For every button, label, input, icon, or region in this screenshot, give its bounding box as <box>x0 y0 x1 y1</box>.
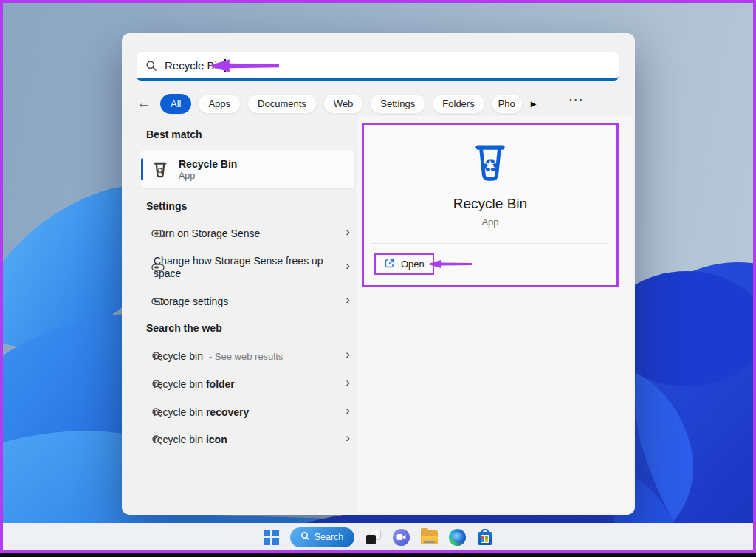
taskbar-search-button[interactable]: Search <box>290 527 354 547</box>
taskbar: Search <box>0 523 756 551</box>
chevron-right-icon: › <box>346 293 350 307</box>
chevron-right-icon: › <box>346 375 350 390</box>
settings-result-storage-settings[interactable]: Storage settings › <box>137 287 354 315</box>
open-button[interactable]: Open <box>374 253 434 275</box>
task-view-icon[interactable] <box>365 529 382 545</box>
best-match-result[interactable]: ♻ Recycle Bin App <box>140 150 354 188</box>
preview-subtitle: App <box>364 216 616 228</box>
recycle-symbol-icon: ♻ <box>157 166 164 176</box>
teams-chat-icon[interactable] <box>393 529 410 546</box>
search-icon <box>151 434 162 445</box>
search-icon <box>151 379 162 390</box>
chevron-right-icon: › <box>346 403 350 418</box>
result-title: Recycle Bin <box>179 158 237 170</box>
filter-tab-bar: ← All Apps Documents Web Settings Folder… <box>137 92 536 115</box>
tab-folders[interactable]: Folders <box>432 94 484 114</box>
best-match-header: Best match <box>146 129 202 140</box>
more-options-button[interactable]: ••• <box>569 95 585 104</box>
settings-header: Settings <box>146 200 187 212</box>
divider <box>372 243 608 244</box>
open-external-icon <box>384 258 395 271</box>
tab-all[interactable]: All <box>160 94 191 114</box>
recycle-symbol-icon: ♻ <box>482 155 498 177</box>
web-result[interactable]: recycle bin- See web results › <box>137 342 354 370</box>
recycle-bin-app-icon: ♻ <box>467 138 513 184</box>
scroll-right-icon[interactable]: ▶ <box>531 100 537 108</box>
tab-photos[interactable]: Pho <box>492 94 523 114</box>
taskbar-search-label: Search <box>315 532 344 542</box>
preview-highlight-box: ♻ Recycle Bin App Open <box>362 123 619 287</box>
chevron-right-icon: › <box>346 347 350 362</box>
chevron-right-icon: › <box>346 431 350 445</box>
web-result[interactable]: recycle binicon › <box>137 426 354 454</box>
storage-sense-icon <box>151 228 165 239</box>
windows-search-panel: Recycle Bin ← All Apps Documents Web Set… <box>122 33 635 515</box>
back-icon[interactable]: ← <box>137 95 151 112</box>
microsoft-store-icon[interactable] <box>477 529 493 545</box>
screenshot-root: Recycle Bin ← All Apps Documents Web Set… <box>0 0 756 557</box>
storage-sense-icon <box>151 262 165 273</box>
storage-settings-icon <box>151 296 165 307</box>
web-result[interactable]: recycle binfolder › <box>137 370 354 398</box>
search-icon <box>151 407 162 418</box>
annotation-arrow-open <box>427 258 472 270</box>
bottom-black-strip <box>0 553 756 557</box>
web-result[interactable]: recycle binrecovery › <box>137 398 354 426</box>
selection-accent <box>141 158 143 180</box>
search-web-header: Search the web <box>146 322 222 334</box>
open-button-label: Open <box>401 259 425 270</box>
result-subtitle: App <box>179 171 237 181</box>
preview-title: Recycle Bin <box>364 196 616 212</box>
recycle-bin-icon: ♻ <box>151 160 170 179</box>
tab-web[interactable]: Web <box>323 94 364 114</box>
settings-result-storage-sense[interactable]: Turn on Storage Sense › <box>137 219 354 247</box>
annotation-arrow-search <box>208 58 279 74</box>
search-icon <box>151 351 162 362</box>
tab-documents[interactable]: Documents <box>247 94 317 114</box>
edge-browser-icon[interactable] <box>449 529 466 546</box>
search-icon <box>145 60 157 72</box>
tab-settings[interactable]: Settings <box>370 94 425 114</box>
tab-apps[interactable]: Apps <box>198 94 241 114</box>
file-explorer-icon[interactable] <box>421 530 438 544</box>
chevron-right-icon: › <box>346 259 350 273</box>
chevron-right-icon: › <box>346 225 350 239</box>
windows-start-icon[interactable] <box>264 530 279 545</box>
settings-result-storage-sense-frees[interactable]: Change how Storage Sense frees up space … <box>137 247 354 287</box>
search-icon <box>300 531 310 543</box>
